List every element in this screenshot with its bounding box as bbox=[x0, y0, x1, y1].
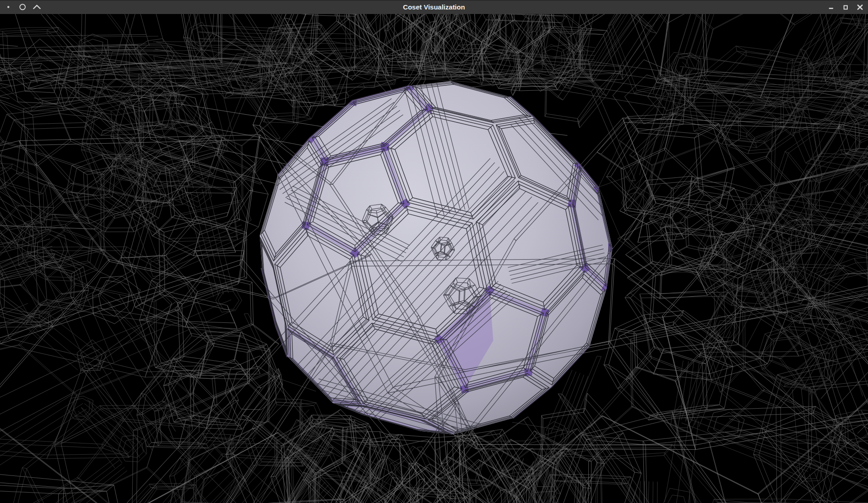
svg-text:Coset Visualization: Coset Visualization bbox=[403, 3, 465, 11]
